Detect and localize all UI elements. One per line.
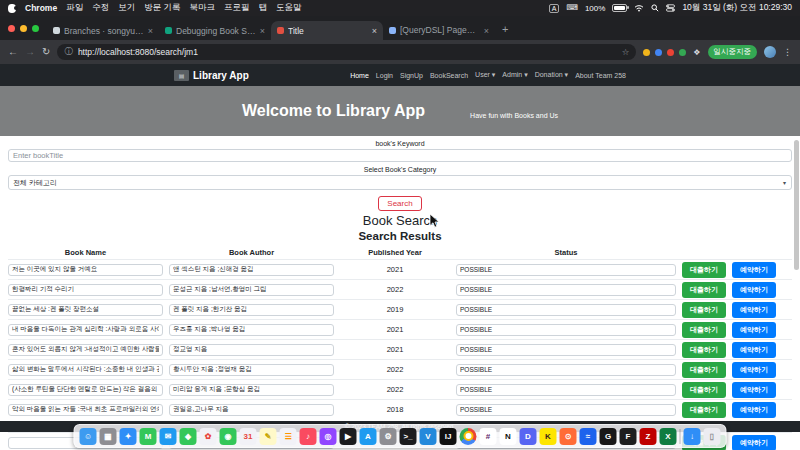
menubar-app-name[interactable]: Chrome: [25, 3, 57, 13]
dock-icon-maps[interactable]: ◈: [180, 428, 197, 445]
reserve-button[interactable]: 예약하기: [732, 342, 776, 358]
book-name-input[interactable]: [8, 304, 163, 316]
reserve-button[interactable]: 예약하기: [732, 262, 776, 278]
back-icon[interactable]: ←: [8, 47, 18, 57]
book-name-input[interactable]: [8, 344, 163, 356]
book-name-input[interactable]: [8, 364, 163, 376]
spotlight-search-icon[interactable]: [651, 4, 659, 12]
dock-icon-excel[interactable]: X: [660, 428, 677, 445]
reload-icon[interactable]: ↻: [42, 47, 50, 57]
book-name-input[interactable]: [8, 264, 163, 276]
book-author-input[interactable]: [169, 364, 334, 376]
book-name-input[interactable]: [8, 324, 163, 336]
borrow-button[interactable]: 대출하기: [682, 282, 726, 298]
menubar-item[interactable]: 수정: [92, 2, 109, 14]
dock-icon-calendar[interactable]: 31: [240, 428, 257, 445]
keyboard-icon[interactable]: ⌨: [566, 4, 578, 12]
site-info-icon[interactable]: ⓘ: [64, 46, 73, 58]
dock-icon-downloads[interactable]: ↓: [684, 428, 701, 445]
dock-icon-terminal[interactable]: >_: [400, 428, 417, 445]
nav-link[interactable]: User ▾: [475, 71, 495, 79]
dock-icon-facetime[interactable]: ◉: [220, 428, 237, 445]
browser-menu-icon[interactable]: ⋮: [783, 47, 792, 57]
address-bar[interactable]: ⓘ http://localhost:8080/search/jm1 ☆: [57, 44, 636, 60]
dock-icon-discord[interactable]: D: [520, 428, 537, 445]
dock-icon-podcasts[interactable]: ◎: [320, 428, 337, 445]
input-source-icon[interactable]: A: [549, 4, 560, 13]
borrow-button[interactable]: 대출하기: [682, 402, 726, 418]
nav-link[interactable]: BookSearch: [430, 72, 468, 79]
borrow-button[interactable]: 대출하기: [682, 382, 726, 398]
book-author-input[interactable]: [169, 304, 334, 316]
borrow-button[interactable]: 대출하기: [682, 342, 726, 358]
dock-icon-reminders[interactable]: ☰: [280, 428, 297, 445]
dock-icon-messages[interactable]: M: [140, 428, 157, 445]
apple-menu-icon[interactable]: [8, 4, 16, 13]
dock-icon-postman[interactable]: ⊙: [560, 428, 577, 445]
tab-close-icon[interactable]: ×: [260, 26, 265, 36]
reserve-button[interactable]: 예약하기: [732, 435, 776, 450]
window-close-button[interactable]: [8, 25, 15, 32]
dock-icon-slack[interactable]: #: [480, 428, 497, 445]
menubar-item[interactable]: 도움말: [276, 2, 302, 14]
nav-link[interactable]: About Team 258: [575, 72, 626, 79]
extension-icon[interactable]: [679, 49, 686, 56]
book-author-input[interactable]: [169, 264, 334, 276]
dock-icon-finder[interactable]: ☺: [80, 428, 97, 445]
control-center-icon[interactable]: [666, 4, 675, 12]
book-name-input[interactable]: [8, 284, 163, 296]
dock-icon-system-settings[interactable]: ⚙: [380, 428, 397, 445]
menubar-item[interactable]: 북마크: [190, 2, 216, 14]
book-author-input[interactable]: [169, 404, 334, 416]
nav-link[interactable]: SignUp: [400, 72, 423, 79]
dock-icon-trash[interactable]: ▯: [704, 428, 721, 445]
dock-icon-intellij[interactable]: IJ: [440, 428, 457, 445]
menubar-item[interactable]: 파일: [66, 2, 83, 14]
menubar-item[interactable]: 방문 기록: [144, 2, 180, 14]
status-input[interactable]: [456, 404, 676, 416]
dock-icon-tv[interactable]: ▶: [340, 428, 357, 445]
dock-icon-chrome[interactable]: [460, 428, 477, 445]
search-button[interactable]: Search: [378, 196, 421, 211]
menubar-item[interactable]: 보기: [118, 2, 135, 14]
page-scrollbar[interactable]: [794, 140, 799, 270]
book-title-input[interactable]: [8, 149, 792, 162]
browser-tab[interactable]: Title×: [271, 21, 383, 40]
book-author-input[interactable]: [169, 384, 334, 396]
book-name-input[interactable]: [8, 404, 163, 416]
book-author-input[interactable]: [169, 324, 334, 336]
status-input[interactable]: [456, 324, 676, 336]
dock-icon-launchpad[interactable]: ▦: [100, 428, 117, 445]
bookmark-star-icon[interactable]: ☆: [622, 47, 630, 57]
extension-icon[interactable]: [643, 49, 650, 56]
site-brand[interactable]: Library App: [193, 70, 249, 81]
extensions-puzzle-icon[interactable]: ❖: [693, 48, 700, 57]
tab-close-icon[interactable]: ×: [484, 26, 489, 36]
tab-close-icon[interactable]: ×: [372, 26, 377, 36]
dock-icon-kakaotalk[interactable]: K: [540, 428, 557, 445]
reserve-button[interactable]: 예약하기: [732, 302, 776, 318]
browser-tab[interactable]: Debugging Book Search Issue×: [159, 21, 271, 40]
tab-close-icon[interactable]: ×: [148, 26, 153, 36]
dock-icon-photos[interactable]: ✿: [200, 428, 217, 445]
reserve-button[interactable]: 예약하기: [732, 322, 776, 338]
window-minimize-button[interactable]: [20, 25, 27, 32]
nav-link[interactable]: Home: [350, 72, 369, 79]
menubar-datetime[interactable]: 10월 31일 (화) 오전 10:29:30: [682, 2, 792, 14]
wifi-icon[interactable]: [634, 4, 644, 12]
nav-link[interactable]: Login: [376, 72, 393, 79]
reserve-button[interactable]: 예약하기: [732, 382, 776, 398]
browser-tab[interactable]: [QueryDSL] Page와 Slice×: [383, 21, 495, 40]
dock-icon-notion[interactable]: N: [500, 428, 517, 445]
profile-avatar[interactable]: [764, 46, 776, 58]
dock-icon-filezilla[interactable]: Z: [640, 428, 657, 445]
menubar-item[interactable]: 프로필: [224, 2, 250, 14]
dock-icon-notes[interactable]: ✎: [260, 428, 277, 445]
book-author-input[interactable]: [169, 344, 334, 356]
nav-link[interactable]: Donation ▾: [535, 71, 568, 79]
dock-icon-music[interactable]: ♪: [300, 428, 317, 445]
status-input[interactable]: [456, 264, 676, 276]
reserve-button[interactable]: 예약하기: [732, 362, 776, 378]
dock-icon-figma[interactable]: F: [620, 428, 637, 445]
book-author-input[interactable]: [169, 284, 334, 296]
